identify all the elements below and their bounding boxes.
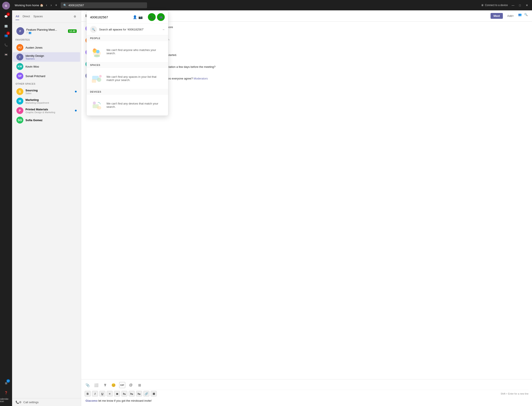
unread-dot-sourcing xyxy=(75,91,77,92)
gif-icon[interactable]: GIF xyxy=(119,382,125,388)
participants-count: 7 xyxy=(26,31,28,34)
whiteboard-icon[interactable]: ⬜ xyxy=(93,382,99,388)
nav-back[interactable]: ‹ xyxy=(45,2,48,8)
rail-teams[interactable]: 🏢 xyxy=(2,22,10,30)
tab-all[interactable]: All xyxy=(15,13,19,20)
space-sofia-gomez[interactable]: SG Sofia Gomez xyxy=(13,115,80,125)
add-icon: + xyxy=(512,14,514,17)
bullet-button[interactable]: ≡ xyxy=(107,391,113,397)
tab-direct[interactable]: Direct xyxy=(23,13,30,20)
call-settings-icon: 📞⚙ xyxy=(15,401,22,404)
minimize-button[interactable]: — xyxy=(510,3,516,8)
call-settings[interactable]: 📞⚙ Call settings xyxy=(12,398,81,406)
filter-button[interactable]: ⚙ xyxy=(72,14,78,19)
empty-text-spaces: We can't find any spaces in your list th… xyxy=(107,75,165,82)
contact-austen-jones[interactable]: AJ Austen Jones xyxy=(13,43,80,52)
connect-device-button[interactable]: 🖥 Connect to a device xyxy=(481,4,508,7)
nav-add[interactable]: + xyxy=(54,2,58,8)
search-chat-icon[interactable]: 🔍 xyxy=(524,13,528,19)
contact-sonali[interactable]: SP Sonali Pritchard xyxy=(13,71,80,81)
devices-illustration xyxy=(90,98,104,112)
compose-input[interactable]: Giacomo let me know if you got the mirob… xyxy=(85,397,529,404)
contact-kevin-woo[interactable]: KW Kevin Woo xyxy=(13,62,80,71)
h3-button[interactable]: h₃ xyxy=(136,391,142,397)
underline-button[interactable]: U xyxy=(99,391,105,397)
call-button[interactable]: 📞 xyxy=(148,13,156,21)
participants-icon[interactable]: 👥 xyxy=(518,13,522,19)
italic-button[interactable]: I xyxy=(92,391,98,397)
left-rail: G 💬 4 🏢 👥 3 📞 📼 ⊞ 17 ❓ calendar-icon xyxy=(0,0,12,406)
people-icon-small: 👥 xyxy=(29,31,31,34)
search-input[interactable] xyxy=(68,4,144,7)
h1-button[interactable]: h₁ xyxy=(121,391,127,397)
compose-toolbar: 📎 ⬜ 𝐓 😊 GIF @ ⊞ xyxy=(85,381,529,389)
compose-area: 📎 ⬜ 𝐓 😊 GIF @ ⊞ B I U ≡ ≣ xyxy=(81,379,532,406)
search-all-spaces-row[interactable]: 🔍 Search all spaces for '4006182567' → xyxy=(86,24,168,35)
bold-button[interactable]: B xyxy=(85,391,91,397)
space-marketing[interactable]: M Marketing Marketing Department xyxy=(13,96,80,106)
add-label: Add xyxy=(507,14,512,17)
emoji-icon[interactable]: 😊 xyxy=(111,382,117,388)
empty-text-devices: We can't find any devices that match you… xyxy=(107,102,165,109)
rail-help-label[interactable]: calendar-icon xyxy=(0,398,12,403)
rail-help[interactable]: ❓ xyxy=(2,388,10,397)
meeting-info: Feature Planning Meet... 7 👥 xyxy=(26,28,66,34)
sticker-icon[interactable]: ⊞ xyxy=(137,382,143,388)
rail-calls[interactable]: 📞 xyxy=(2,41,10,49)
avatar-kevin: KW xyxy=(16,63,23,70)
video-call-button[interactable]: 📹 xyxy=(157,13,165,21)
meeting-name: Feature Planning Meet... xyxy=(26,28,66,31)
close-button[interactable]: ✕ xyxy=(524,3,529,8)
space-printed-materials[interactable]: P Printed Materials Graphic Design & Mar… xyxy=(13,106,80,115)
user-avatar[interactable]: G xyxy=(2,2,10,9)
meeting-item[interactable]: F Feature Planning Meet... 7 👥 12:40 xyxy=(13,25,80,37)
people-illustration xyxy=(90,45,104,58)
svg-rect-7 xyxy=(92,79,96,83)
rail-people[interactable]: 👥 3 xyxy=(2,31,10,40)
teams-icon: 🏢 xyxy=(4,24,8,28)
avatar-austen: AJ xyxy=(16,44,23,51)
section-header-spaces: Spaces xyxy=(86,62,168,68)
chat-header-actions: Meet Add + 👥 🔍 xyxy=(490,13,528,19)
numbered-button[interactable]: ≣ xyxy=(114,391,120,397)
section-header-people: People xyxy=(86,35,168,41)
nav-forward[interactable]: › xyxy=(50,2,52,8)
more-format-button[interactable]: ⊠ xyxy=(151,391,157,397)
moderators-link[interactable]: Moderators xyxy=(194,77,208,80)
sidebar-tabs: All Direct Spaces xyxy=(15,13,43,20)
space-sub-printed: Graphic Design & Marketing xyxy=(25,111,73,114)
compose-format-bar: B I U ≡ ≣ h₁ h₂ h₃ 🔗 ⊠ Shift + Enter for… xyxy=(85,390,529,397)
unread-dot-printed xyxy=(75,110,77,111)
meet-button[interactable]: Meet xyxy=(490,13,503,19)
space-name-sofia: Sofia Gomez xyxy=(25,119,77,122)
rail-apps[interactable]: ⊞ 17 xyxy=(2,379,10,387)
search-dropdown: 4006182567 👤 📷 📞 📹 🔍 Search all spaces f… xyxy=(86,10,168,116)
meeting-time-badge: 12:40 xyxy=(68,29,77,33)
sidebar: All Direct Spaces ⚙ F Feature Planning M… xyxy=(12,10,81,406)
space-icon-printed: P xyxy=(16,107,23,114)
svg-point-4 xyxy=(93,48,95,51)
attach-icon[interactable]: 📎 xyxy=(85,382,91,388)
format-text-icon[interactable]: 𝐓 xyxy=(102,382,108,388)
svg-point-10 xyxy=(97,106,101,109)
empty-result-people: We can't find anyone who matches your se… xyxy=(86,41,168,62)
link-button[interactable]: 🔗 xyxy=(143,391,149,397)
title-bar-left: Working from home 🏠 ‹ › + xyxy=(15,2,58,8)
tab-spaces[interactable]: Spaces xyxy=(34,13,43,20)
add-button[interactable]: Add + xyxy=(505,13,516,19)
mute-icon: 👤 xyxy=(133,15,137,19)
space-sourcing[interactable]: S Sourcing Sales xyxy=(13,87,80,96)
space-info-printed: Printed Materials Graphic Design & Marke… xyxy=(25,108,73,114)
space-icon-marketing: M xyxy=(16,98,23,105)
maximize-button[interactable]: □ xyxy=(517,3,523,8)
rail-voicemail[interactable]: 📼 xyxy=(2,50,10,59)
search-bar[interactable]: 🔍 xyxy=(61,2,147,8)
h2-button[interactable]: h₂ xyxy=(129,391,135,397)
dropdown-top: 4006182567 👤 📷 📞 📹 xyxy=(86,11,168,24)
rail-chat[interactable]: 💬 4 xyxy=(2,12,10,21)
sidebar-header: All Direct Spaces ⚙ xyxy=(12,10,81,23)
compose-mention: Giacomo xyxy=(86,399,98,402)
contact-identity-design[interactable]: I Identity Design Teamers xyxy=(13,52,80,62)
people-badge: 3 xyxy=(7,31,10,35)
mention-icon[interactable]: @ xyxy=(128,382,134,388)
